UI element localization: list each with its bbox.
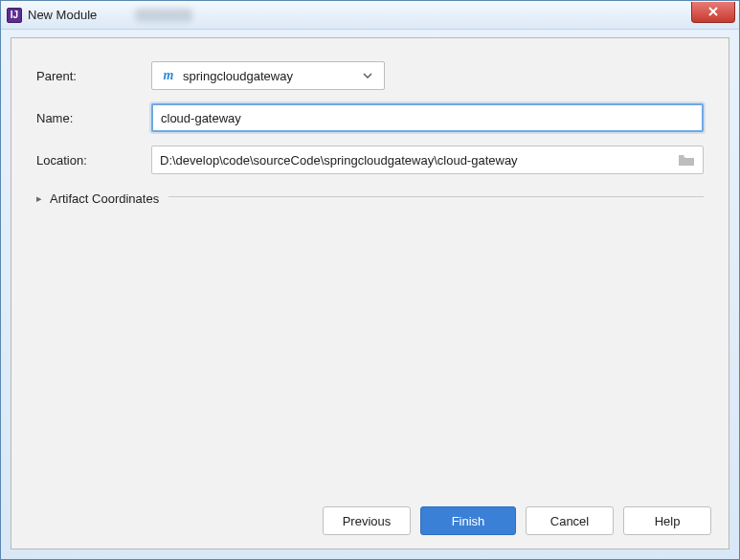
- location-field[interactable]: D:\develop\code\sourceCode\springcloudga…: [151, 146, 704, 174]
- location-label: Location:: [36, 153, 151, 168]
- parent-label: Parent:: [36, 69, 151, 83]
- name-label: Name:: [36, 111, 151, 125]
- location-value: D:\develop\code\sourceCode\springcloudga…: [160, 153, 676, 168]
- form-area: Parent: m springcloudgateway Name:: [11, 38, 729, 206]
- parent-value: springcloudgateway: [183, 69, 359, 83]
- chevron-down-icon: [359, 73, 376, 78]
- finish-button[interactable]: Finish: [420, 506, 516, 535]
- close-icon: [707, 6, 719, 17]
- folder-icon[interactable]: [676, 153, 697, 167]
- help-button[interactable]: Help: [623, 506, 711, 535]
- client-area: Parent: m springcloudgateway Name:: [11, 37, 729, 549]
- app-icon: IJ: [7, 8, 22, 23]
- cancel-button[interactable]: Cancel: [526, 506, 614, 535]
- title-bar: IJ New Module: [1, 1, 739, 30]
- separator-line: [168, 196, 704, 197]
- name-row: Name:: [36, 103, 704, 132]
- previous-button[interactable]: Previous: [323, 506, 411, 535]
- name-input[interactable]: [151, 103, 704, 132]
- blurred-text: [135, 9, 192, 22]
- artifact-coordinates-section: ▸ Artifact Coordinates: [36, 188, 704, 206]
- window-title: New Module: [28, 8, 97, 22]
- location-row: Location: D:\develop\code\sourceCode\spr…: [36, 146, 704, 174]
- artifact-coordinates-label: Artifact Coordinates: [50, 191, 159, 206]
- parent-dropdown[interactable]: m springcloudgateway: [151, 61, 385, 90]
- parent-row: Parent: m springcloudgateway: [36, 61, 704, 90]
- maven-icon: m: [160, 68, 177, 83]
- triangle-right-icon: ▸: [36, 192, 50, 205]
- artifact-coordinates-expander[interactable]: ▸ Artifact Coordinates: [36, 191, 159, 206]
- button-bar: Previous Finish Cancel Help: [11, 493, 729, 549]
- close-button[interactable]: [691, 2, 735, 23]
- dialog-window: IJ New Module Parent: m springcloudgatew…: [0, 0, 740, 560]
